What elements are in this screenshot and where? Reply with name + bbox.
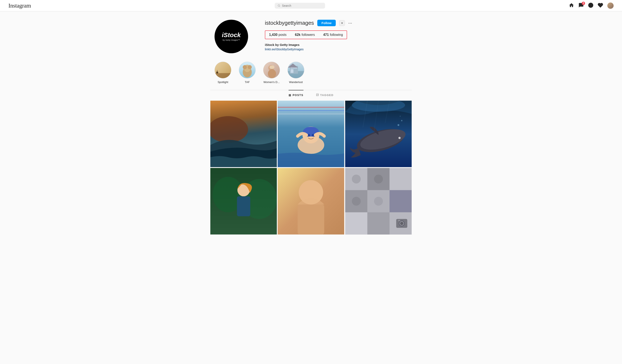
svg-rect-16 <box>270 66 274 69</box>
highlight-taf-circle <box>239 62 256 78</box>
tab-posts[interactable]: ⊞ POSTS <box>289 90 303 100</box>
svg-point-24 <box>317 94 317 95</box>
following-count: 471 <box>323 33 329 37</box>
followers-count: 62k <box>295 33 301 37</box>
profile-section: iStock by Getty Images™ istockbygettyima… <box>210 11 412 59</box>
posts-count: 1,430 <box>269 33 277 37</box>
avatar-getty-label: by Getty Images™ <box>222 39 241 41</box>
user-avatar[interactable] <box>607 2 614 9</box>
svg-point-15 <box>268 69 276 78</box>
grid-photo-1[interactable] <box>210 101 277 167</box>
follow-button[interactable]: Follow <box>317 20 336 26</box>
tab-posts-label: POSTS <box>292 94 303 97</box>
grid-photo-4[interactable] <box>210 168 277 234</box>
posts-stat: 1,430 posts <box>269 33 287 37</box>
profile-avatar-wrap: iStock by Getty Images™ <box>214 20 248 53</box>
grid-icon: ⊞ <box>289 94 292 97</box>
highlight-womens-label: Women's D... <box>263 80 280 84</box>
home-button[interactable] <box>569 2 574 9</box>
svg-point-6 <box>216 72 218 74</box>
search-bar[interactable] <box>275 3 325 9</box>
photo-grid-section <box>210 100 412 235</box>
spotlight-image <box>215 62 231 78</box>
highlight-spotlight-circle <box>214 62 231 78</box>
highlight-wanderlust-label: Wanderlust <box>289 80 303 84</box>
tab-tagged[interactable]: TAGGED <box>316 90 334 100</box>
highlights-section: Spotlight TAF <box>210 59 412 90</box>
dropdown-button[interactable]: ▾ <box>339 20 345 26</box>
svg-point-12 <box>248 65 252 69</box>
highlight-womens-circle <box>263 62 280 78</box>
posts-label: posts <box>278 33 287 37</box>
profile-username: istockbygettyimages <box>265 20 314 26</box>
grid-photo-6[interactable] <box>345 168 412 234</box>
followers-label: followers <box>302 33 315 37</box>
more-options-button[interactable]: ··· <box>348 21 352 25</box>
grid-photo-2[interactable] <box>278 101 344 167</box>
highlight-taf[interactable]: TAF <box>239 62 256 84</box>
grid-photo-5[interactable] <box>278 168 344 234</box>
highlight-spotlight-label: Spotlight <box>218 80 228 84</box>
highlight-wanderlust[interactable]: Wanderlust <box>288 62 304 84</box>
tab-tagged-label: TAGGED <box>320 94 334 97</box>
taf-image <box>239 62 255 78</box>
profile-avatar: iStock by Getty Images™ <box>214 20 248 53</box>
highlight-taf-label: TAF <box>245 80 250 84</box>
svg-rect-21 <box>291 69 293 73</box>
wanderlust-image <box>288 62 304 78</box>
notification-badge: 3 <box>582 2 585 5</box>
profile-website-link[interactable]: linktr.ee/iStockbyGettyImages <box>265 48 303 51</box>
logo: Instagram <box>8 2 31 9</box>
profile-info: istockbygettyimages Follow ▾ ··· 1,430 p… <box>265 20 408 51</box>
heart-button[interactable] <box>598 2 603 9</box>
tabs-row: ⊞ POSTS TAGGED <box>210 90 412 100</box>
header: Instagram 3 <box>0 0 622 11</box>
profile-top-row: istockbygettyimages Follow ▾ ··· <box>265 20 408 26</box>
profile-display-name: iStock by Getty Images <box>265 43 408 47</box>
avatar-content: iStock by Getty Images™ <box>222 32 241 41</box>
svg-line-1 <box>280 6 280 6</box>
svg-point-0 <box>278 5 280 6</box>
tag-icon <box>316 93 319 97</box>
header-nav: 3 <box>569 2 614 9</box>
notifications-button[interactable]: 3 <box>578 2 584 9</box>
following-label: following <box>330 33 343 37</box>
womens-image <box>263 62 280 78</box>
compass-button[interactable] <box>588 2 593 9</box>
highlight-wanderlust-circle <box>288 62 304 78</box>
svg-point-11 <box>243 65 247 69</box>
following-stat: 471 following <box>323 33 343 37</box>
svg-rect-5 <box>215 73 231 78</box>
search-input[interactable] <box>282 4 322 7</box>
avatar-istock-label: iStock <box>222 32 241 38</box>
highlight-womens[interactable]: Women's D... <box>263 62 280 84</box>
tabs-section: ⊞ POSTS TAGGED <box>210 90 412 100</box>
stats-row: 1,430 posts 62k followers 471 following <box>265 30 347 39</box>
grid-photo-3[interactable] <box>345 101 412 167</box>
photo-grid <box>210 101 412 235</box>
followers-stat: 62k followers <box>295 33 315 37</box>
highlight-spotlight[interactable]: Spotlight <box>214 62 231 84</box>
search-icon <box>278 4 280 7</box>
